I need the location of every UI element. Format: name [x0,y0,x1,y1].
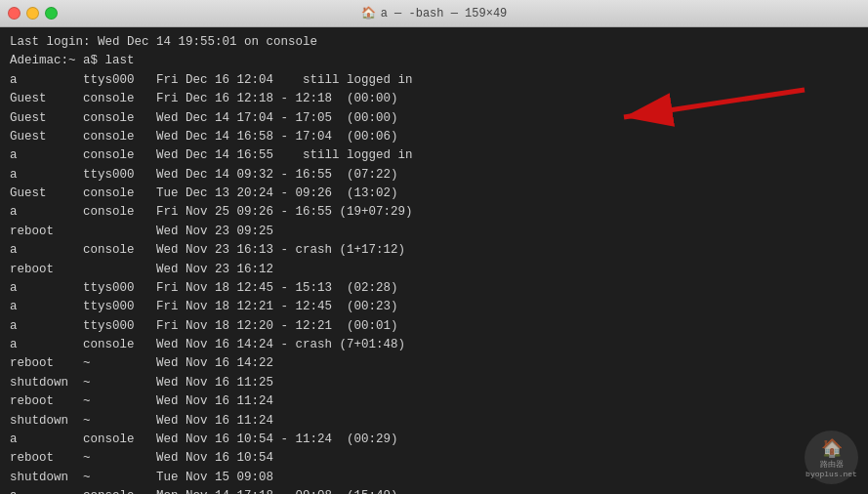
terminal-area: Last login: Wed Dec 14 19:55:01 on conso… [0,27,868,494]
watermark-icon: 🏠 [821,437,843,459]
table-row: Guest console Wed Dec 14 16:58 - 17:04 (… [10,128,858,146]
table-row: a console Mon Nov 14 17:18 - 09:08 (15:4… [10,487,858,494]
table-row: a ttys000 Wed Dec 14 09:32 - 16:55 (07:2… [10,166,858,185]
table-row: a console Wed Dec 14 16:55 still logged … [10,146,858,165]
table-row: a ttys000 Fri Nov 18 12:20 - 12:21 (00:0… [10,317,858,336]
watermark: 🏠 路由器byoplus.net [805,431,858,484]
window-title: 🏠 a — -bash — 159×49 [361,6,508,21]
table-row: Guest console Fri Dec 16 12:18 - 12:18 (… [10,90,858,108]
watermark-text: 路由器byoplus.net [806,459,857,478]
table-row: a ttys000 Fri Nov 18 12:21 - 12:45 (00:2… [10,298,858,316]
terminal-output: a ttys000 Fri Dec 16 12:04 still logged … [10,71,858,494]
table-row: reboot Wed Nov 23 09:25 [10,223,858,241]
table-row: reboot ~ Wed Nov 16 11:24 [10,392,858,411]
table-row: a console Fri Nov 25 09:26 - 16:55 (19+0… [10,203,858,222]
table-row: shutdown ~ Tue Nov 15 09:08 [10,469,858,487]
table-row: a ttys000 Fri Nov 18 12:45 - 15:13 (02:2… [10,279,858,298]
home-icon: 🏠 [361,6,376,21]
prompt-line: Adeimac:~ a$ last [10,52,858,70]
maximize-button[interactable] [45,7,58,20]
table-row: a console Wed Nov 16 10:54 - 11:24 (00:2… [10,431,858,449]
table-row: Guest console Wed Dec 14 17:04 - 17:05 (… [10,109,858,128]
table-row: a console Wed Nov 16 14:24 - crash (7+01… [10,336,858,354]
table-row: shutdown ~ Wed Nov 16 11:24 [10,412,858,431]
table-row: reboot ~ Wed Nov 16 14:22 [10,354,858,373]
table-row: reboot Wed Nov 23 16:12 [10,261,858,279]
window-controls[interactable] [8,7,58,20]
minimize-button[interactable] [26,7,39,20]
close-button[interactable] [8,7,21,20]
login-line: Last login: Wed Dec 14 19:55:01 on conso… [10,33,858,52]
table-row: a console Wed Nov 23 16:13 - crash (1+17… [10,241,858,260]
title-bar: 🏠 a — -bash — 159×49 [0,0,868,27]
table-row: Guest console Tue Dec 13 20:24 - 09:26 (… [10,185,858,203]
table-row: shutdown ~ Wed Nov 16 11:25 [10,374,858,392]
table-row: a ttys000 Fri Dec 16 12:04 still logged … [10,71,858,90]
table-row: reboot ~ Wed Nov 16 10:54 [10,449,858,468]
